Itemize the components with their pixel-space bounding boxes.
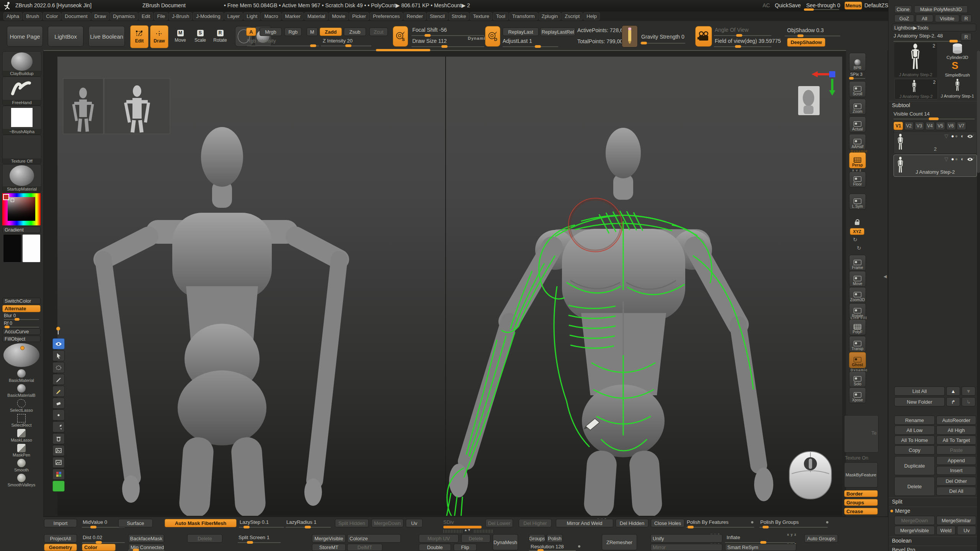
surface-button[interactable]: Surface [118,519,153,527]
adjust-last-track[interactable] [503,46,558,47]
shift-down-button[interactable]: ↳ [962,397,975,406]
polish-by-groups-slider[interactable]: Polish By Groups [760,519,799,525]
menu-item[interactable]: Movie [329,12,348,20]
move-button[interactable]: M Move [172,25,189,47]
polish-groups-track[interactable] [760,527,828,528]
groups-button[interactable]: Groups [844,499,878,506]
insert-button[interactable]: Insert [936,466,976,475]
auto-mask-fibermesh-button[interactable]: Auto Mask FiberMesh [165,519,237,527]
copy-button[interactable]: Copy [894,445,935,455]
quicksave-button[interactable]: QuickSave [775,2,801,8]
subtool-version-tab[interactable]: V4 [925,122,935,130]
menu-item[interactable]: Draw [91,12,109,20]
gravity-strength-track[interactable] [640,43,685,44]
menus-button[interactable]: Menus [844,2,862,10]
subtool-version-tab[interactable]: V1 [893,122,903,130]
bpr-button[interactable]: BPR [849,53,866,71]
del-all-button[interactable]: Del All [936,487,976,496]
move-down-button[interactable]: ▼ [962,386,975,396]
dynamesh-button[interactable]: DynaMesh [493,534,518,550]
bevel-pro-section-header[interactable]: Bevel Pro [889,546,980,551]
visible-count-track[interactable] [893,119,975,119]
inflate-track[interactable] [725,542,795,543]
alternate-button[interactable]: Alternate [2,305,41,312]
obj-shadow-track[interactable] [785,36,840,36]
auto-groups-button[interactable]: Auto Groups [804,534,838,543]
split-hidden-button[interactable]: Split Hidden [335,519,369,527]
merge-down-bottom-button[interactable]: MergeDown [371,519,403,527]
rf-slider[interactable]: Rf 0 [4,321,12,326]
subtool-version-tab[interactable]: V6 [946,122,956,130]
move-view-button[interactable]: Move [849,271,866,287]
rgb-button[interactable]: Rgb [284,28,302,36]
make-polymesh3d-button[interactable]: Make PolyMesh3D [914,5,968,13]
menu-item[interactable]: J-Brush [169,12,192,20]
colorize-button[interactable]: Colorize [347,534,401,543]
menu-item[interactable]: Macro [261,12,281,20]
project-all-button[interactable]: ProjectAll [44,534,77,543]
live-boolean-button[interactable]: Live Boolean [88,26,125,47]
document-scroll-track[interactable] [43,50,846,51]
image-b-button[interactable] [52,457,65,468]
mirror-button[interactable]: Mirror [650,544,722,551]
solo-button[interactable]: Solo [849,371,866,387]
accucurve-button[interactable]: AccuCurve [2,328,41,335]
delete-trash-button[interactable] [52,433,65,444]
clone-button[interactable]: Clone [894,5,912,13]
z-intensity-slider[interactable]: Z Intensity 20 [323,38,353,44]
polish-features-track[interactable] [686,527,754,528]
dynamic-draw-size-button[interactable]: D [485,26,500,47]
midvalue-slider[interactable]: MidValue 0 [83,519,107,525]
all-to-target-button[interactable]: All To Target [936,435,976,445]
ghost-button[interactable]: Ghost [849,352,866,368]
menu-item[interactable]: Layer [224,12,243,20]
menu-item[interactable]: Help [583,12,600,20]
angle-of-view-track[interactable] [714,35,771,36]
mrgb-button[interactable]: Mrgb [260,28,282,36]
visibility-eye-button[interactable] [52,338,65,349]
select-cursor-button[interactable] [52,350,65,361]
morph-uv-button[interactable]: Morph UV [419,534,459,543]
menu-item[interactable]: Preferences [370,12,403,20]
del-mt-button[interactable]: DelMT [347,544,382,551]
polish-features-dot[interactable] [751,521,753,523]
marker-pin-icon[interactable] [54,326,62,337]
menu-item[interactable]: Picker [349,12,369,20]
blur-track[interactable] [4,319,39,320]
tool-slot-3[interactable]: 2 J Anatomy Step-2 [894,79,938,99]
snapshot-thumbnail-1[interactable] [63,78,103,134]
flip-button[interactable]: Flip [454,544,477,551]
geometry-button[interactable]: Geometry [44,544,77,551]
see-through-slider[interactable]: See-through 0 [806,2,840,8]
new-folder-button[interactable]: New Folder [894,397,945,406]
current-material-button[interactable]: StartupMaterial [2,164,41,192]
menu-item[interactable]: Render [403,12,426,20]
del-higher-button[interactable]: Del Higher [519,519,552,527]
main-color-swatch[interactable] [3,234,21,262]
menu-item[interactable]: Material [304,12,328,20]
draw-size-slider[interactable]: Draw Size 112 [412,38,447,44]
current-texture-button[interactable]: Texture Off [2,135,41,164]
goz-r-button[interactable]: R [961,15,972,22]
active-tool-slider[interactable]: J Anatomy Step-2. 48 [893,33,943,39]
field-of-view-slider[interactable]: Field of view(deg) 39.59775 [715,38,781,44]
blur-slider[interactable]: Blur 0 [4,313,16,318]
texture-on-button[interactable]: Texture On [845,455,868,461]
sdiv-slider[interactable]: SDiv [443,519,454,525]
crease-button[interactable]: Crease [844,508,878,515]
anatomy-model[interactable] [449,128,773,516]
snapshot-thumbnail-2[interactable] [104,78,170,134]
rgb-intensity-slider[interactable]: Rgb Intensity [247,38,276,44]
panel-collapse-arrow-icon[interactable]: ◀ [884,274,887,279]
lazyradius-track[interactable] [286,527,331,528]
menu-item[interactable]: Color [43,12,61,20]
current-alpha-button[interactable]: ~BrushAlpha [2,106,41,135]
mirror-and-weld-button[interactable]: Mirror And Weld [556,519,613,527]
subtool-section-header[interactable]: Subtool [889,101,980,110]
all-to-home-button[interactable]: All To Home [894,435,935,445]
z-intensity-track[interactable] [321,46,371,46]
duplicate-button[interactable]: Duplicate [894,456,935,475]
actual-button[interactable]: Actual [849,116,866,132]
edit-button[interactable]: Edit [130,25,149,48]
aahalf-button[interactable]: AAHalf [849,134,866,150]
